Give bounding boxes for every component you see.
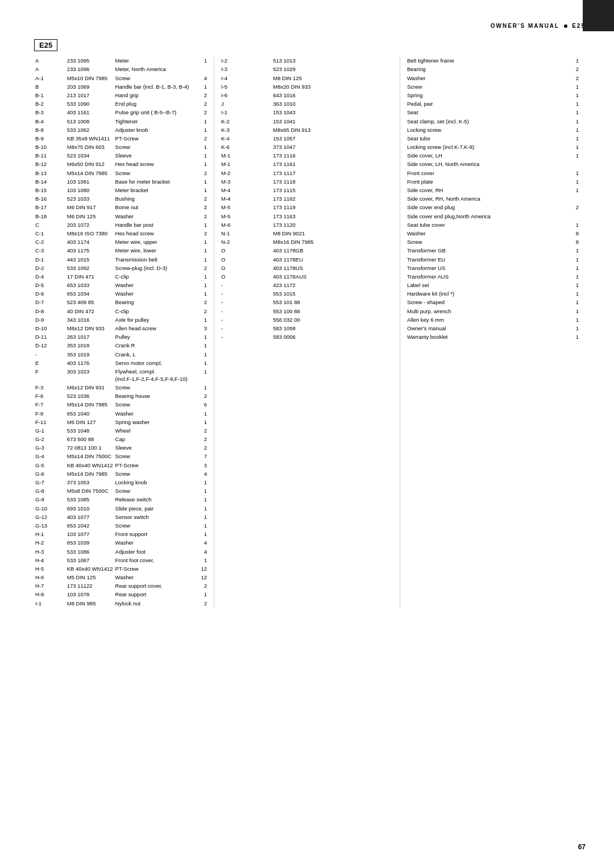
desc-cell: Rear support cover, <box>114 582 198 591</box>
desc-cell: Screw <box>114 522 198 530</box>
desc-cell: Sleeve <box>114 444 198 452</box>
ref-cell: F-8 <box>34 409 66 418</box>
qty-cell: 1 <box>198 255 208 264</box>
table-row: J 363 1010 <box>220 100 394 109</box>
qty-cell: 1 <box>563 281 580 290</box>
qty-cell: 1 <box>198 83 208 92</box>
ref-cell: H-8 <box>34 591 66 599</box>
desc-cell: Seat tube cover <box>406 221 563 230</box>
part-cell: 203 1069 <box>66 83 114 92</box>
qty-cell: 2 <box>198 92 208 100</box>
table-row: Hardware kit (incl *) 1 <box>406 290 580 298</box>
ref-cell: B-9 <box>34 135 66 143</box>
qty-cell: 1 <box>198 290 208 298</box>
table-row: - 423 1172 <box>220 281 394 290</box>
table-row: B-13 M5x14 DIN 7985 Screw 2 <box>34 169 208 177</box>
part-cell: 583 1058 <box>272 325 394 333</box>
ref-cell: N-1 <box>220 230 272 238</box>
part-cell: 153 1043 <box>272 109 394 117</box>
part-cell: M5x14 DIN 7985 <box>66 169 114 177</box>
desc-cell: Tightener <box>114 117 198 126</box>
part-cell: 173 1161 <box>272 160 394 169</box>
table-row: Screw 8 <box>406 238 580 247</box>
part-cell: 653 1039 <box>66 539 114 547</box>
desc-cell: PT-Screw <box>114 135 198 143</box>
qty-cell: 1 <box>198 160 208 169</box>
qty-cell: 4 <box>198 74 208 82</box>
qty-cell: 1 <box>198 221 208 230</box>
ref-cell: B-16 <box>34 195 66 203</box>
qty-cell: 1 <box>563 264 580 273</box>
part-cell: 373 1047 <box>272 143 394 152</box>
qty-cell: 1 <box>563 333 580 342</box>
part-cell: 423 1172 <box>272 281 394 290</box>
ref-cell: B-10 <box>34 143 66 152</box>
ref-cell: H-6 <box>34 574 66 582</box>
desc-cell: Crank R <box>114 342 198 350</box>
ref-cell: M-6 <box>220 221 272 230</box>
table-row: O 403 1178US <box>220 264 394 273</box>
table-row: Washer 2 <box>406 74 580 82</box>
table-row: C-1 M8x16 ISO 7380 Hex head screw 2 <box>34 230 208 238</box>
ref-cell: B-17 <box>34 203 66 212</box>
ref-cell: O <box>220 273 272 281</box>
ref-cell: D-8 <box>34 307 66 315</box>
qty-cell: 1 <box>198 487 208 496</box>
desc-cell: Screw <box>406 83 563 92</box>
table-row: C-2 403 1174 Meter wire, upper 1 <box>34 238 208 247</box>
table-row: - 583 1058 <box>220 325 394 333</box>
table-row: I-6 643 1016 <box>220 92 394 100</box>
ref-cell: G-2 <box>34 435 66 444</box>
ref-cell: I-1 <box>220 109 272 117</box>
qty-cell: 1 <box>563 135 580 143</box>
table-row: Front cover 1 <box>406 169 580 177</box>
desc-cell: Screw <box>114 169 198 177</box>
part-cell: 583 0006 <box>272 333 394 342</box>
desc-cell: Base for meter bracket <box>114 178 198 186</box>
table-row: N-2 M8x16 DIN 7985 <box>220 238 394 247</box>
desc-cell: Washer <box>114 212 198 221</box>
ref-cell: M-5 <box>220 203 272 212</box>
qty-cell: 1 <box>198 238 208 247</box>
part-cell: 653 1034 <box>66 290 114 298</box>
desc-cell: Cap <box>114 435 198 444</box>
table-row: Side cover end plug 2 <box>406 203 580 212</box>
qty-cell <box>198 65 208 74</box>
ref-cell: D-6 <box>34 290 66 298</box>
ref-cell: D-9 <box>34 316 66 325</box>
part-cell: 403 1176 <box>66 359 114 368</box>
ref-cell: - <box>220 307 272 315</box>
table-row: H-7 173 11122 Rear support cover, 2 <box>34 582 208 591</box>
qty-cell: 1 <box>563 126 580 135</box>
part-cell: 153 1057 <box>272 135 394 143</box>
ref-cell: G-9 <box>34 496 66 504</box>
part-cell: 103 1077 <box>66 530 114 539</box>
table-row: B-15 103 1080 Meter bracket 1 <box>34 186 208 195</box>
table-row: D-8 40 DIN 472 C-clip 2 <box>34 307 208 315</box>
ref-cell: D-4 <box>34 273 66 281</box>
table-row: M-6 173 1120 <box>220 221 394 230</box>
corner-decoration <box>583 0 614 31</box>
ref-cell: M-3 <box>220 178 272 186</box>
ref-cell: G-8 <box>34 487 66 496</box>
desc-cell: PT-Screw <box>114 461 198 470</box>
table-row: - 353 1019 Crank, L 1 <box>34 350 208 359</box>
qty-cell: 2 <box>198 109 208 117</box>
desc-cell: Side cover, LH, North America <box>406 160 563 169</box>
part-cell: 40 DIN 472 <box>66 307 114 315</box>
table-row: B-10 M8x75 DIN 603 Screw 1 <box>34 143 208 152</box>
ref-cell: C-1 <box>34 230 66 238</box>
section-title: E25 <box>34 39 57 51</box>
ref-cell: H-4 <box>34 556 66 565</box>
table-row: B 203 1069 Handle bar (incl. B-1, B-3, B… <box>34 83 208 92</box>
part-cell: 403 1178EU <box>272 255 394 264</box>
desc-cell: Washer <box>114 409 198 418</box>
qty-cell: 2 <box>198 230 208 238</box>
desc-cell: Hex head screw <box>114 230 198 238</box>
part-cell: 17 DIN 471 <box>66 273 114 281</box>
desc-cell: Crank, L <box>114 350 198 359</box>
desc-cell: Rear support <box>114 591 198 599</box>
part-cell: M6 DIN 127 <box>66 418 114 427</box>
ref-cell: F <box>34 368 66 384</box>
table-row: M-1 173 1161 <box>220 160 394 169</box>
